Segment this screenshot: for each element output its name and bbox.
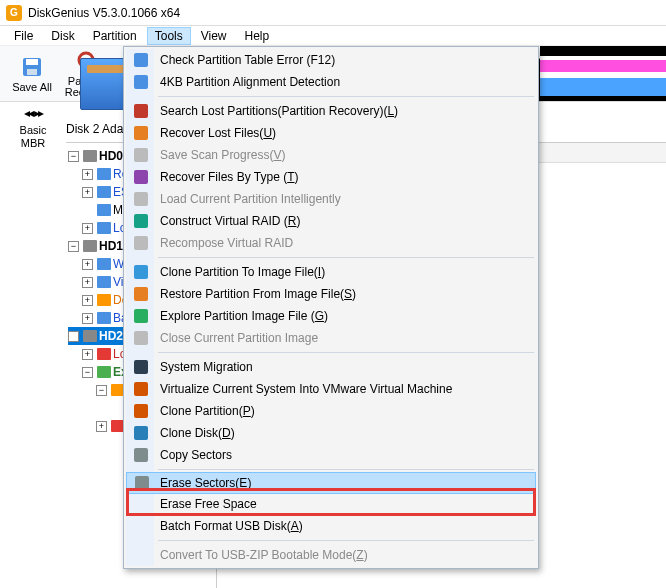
menu-item[interactable]: Clone Partition(P) xyxy=(126,400,536,422)
expand-icon[interactable]: + xyxy=(96,421,107,432)
svg-rect-20 xyxy=(134,360,148,374)
expand-icon[interactable]: + xyxy=(82,313,93,324)
volume-icon xyxy=(97,348,111,360)
menu-item: Convert To USB-ZIP Bootable Mode(Z) xyxy=(126,544,536,566)
volume-icon xyxy=(97,258,111,270)
svg-rect-15 xyxy=(134,236,148,250)
menu-tools[interactable]: Tools xyxy=(147,27,191,45)
menu-item[interactable]: Construct Virtual RAID (R) xyxy=(126,210,536,232)
bytype-icon xyxy=(132,168,150,186)
menu-item[interactable]: Restore Partition From Image File(S) xyxy=(126,283,536,305)
menu-separator xyxy=(158,257,534,258)
save-icon xyxy=(132,146,150,164)
svg-rect-1 xyxy=(26,59,38,65)
expand-icon[interactable]: + xyxy=(82,277,93,288)
svg-rect-12 xyxy=(134,170,148,184)
svg-rect-2 xyxy=(27,69,37,75)
expand-icon[interactable]: + xyxy=(82,349,93,360)
menu-disk[interactable]: Disk xyxy=(43,27,82,45)
close-icon xyxy=(132,329,150,347)
menu-item-label: Recover Files By Type (T) xyxy=(160,170,299,184)
menu-item: Load Current Partition Intelligently xyxy=(126,188,536,210)
menu-item-label: Close Current Partition Image xyxy=(160,331,318,345)
volume-icon xyxy=(97,276,111,288)
menu-item[interactable]: Virtualize Current System Into VMware Vi… xyxy=(126,378,536,400)
svg-rect-23 xyxy=(134,426,148,440)
expand-icon[interactable]: + xyxy=(82,295,93,306)
menu-item[interactable]: System Migration xyxy=(126,356,536,378)
menu-item-label: System Migration xyxy=(160,360,253,374)
menu-view[interactable]: View xyxy=(193,27,235,45)
menu-item[interactable]: Batch Format USB Disk(A) xyxy=(126,515,536,537)
menu-item[interactable]: Copy Sectors xyxy=(126,444,536,466)
blank-icon xyxy=(132,546,150,564)
menu-item[interactable]: Search Lost Partitions(Partition Recover… xyxy=(126,100,536,122)
svg-rect-11 xyxy=(134,148,148,162)
save-all-button[interactable]: Save All xyxy=(6,49,58,99)
check-icon xyxy=(132,51,150,69)
menu-item[interactable]: Recover Files By Type (T) xyxy=(126,166,536,188)
basic-label: Basic xyxy=(20,124,47,137)
tools-menu-dropdown[interactable]: Check Partition Table Error (F12)4KB Par… xyxy=(123,46,539,569)
cloneimg-icon xyxy=(132,263,150,281)
volume-icon xyxy=(97,366,111,378)
menu-item-label: Construct Virtual RAID (R) xyxy=(160,214,301,228)
menu-item[interactable]: 4KB Partition Alignment Detection xyxy=(126,71,536,93)
collapse-icon[interactable]: − xyxy=(68,151,79,162)
menu-item[interactable]: Recover Lost Files(U) xyxy=(126,122,536,144)
collapse-icon[interactable]: − xyxy=(68,241,79,252)
volume-icon xyxy=(97,312,111,324)
menu-item[interactable]: Explore Partition Image File (G) xyxy=(126,305,536,327)
volume-icon xyxy=(97,294,111,306)
menu-item[interactable]: Erase Free Space xyxy=(126,493,536,515)
reraid-icon xyxy=(132,234,150,252)
nav-arrows[interactable]: ◂◂ ▸▸ xyxy=(24,106,41,120)
menu-item-label: Search Lost Partitions(Partition Recover… xyxy=(160,104,398,118)
svg-rect-17 xyxy=(134,287,148,301)
svg-rect-14 xyxy=(134,214,148,228)
svg-rect-7 xyxy=(134,53,148,67)
menu-item[interactable]: Erase Sectors(E) xyxy=(126,472,536,494)
menu-item-label: Restore Partition From Image File(S) xyxy=(160,287,356,301)
restore-icon xyxy=(132,285,150,303)
drive-icon xyxy=(83,240,97,252)
disk-type-label: Basic MBR xyxy=(20,124,47,150)
menu-item: Save Scan Progress(V) xyxy=(126,144,536,166)
svg-rect-9 xyxy=(134,104,148,118)
expand-icon[interactable]: + xyxy=(82,259,93,270)
expand-icon[interactable]: + xyxy=(82,223,93,234)
drive-icon xyxy=(83,150,97,162)
menu-help[interactable]: Help xyxy=(237,27,278,45)
title-bar: G DiskGenius V5.3.0.1066 x64 xyxy=(0,0,666,26)
svg-rect-19 xyxy=(134,331,148,345)
menu-item-label: Copy Sectors xyxy=(160,448,232,462)
menu-item-label: Convert To USB-ZIP Bootable Mode(Z) xyxy=(160,548,368,562)
app-icon: G xyxy=(6,5,22,21)
partition-color-strip xyxy=(540,56,666,96)
menu-item-label: Save Scan Progress(V) xyxy=(160,148,285,162)
recover-icon xyxy=(132,124,150,142)
collapse-icon[interactable]: − xyxy=(68,331,79,342)
menu-item[interactable]: Clone Partition To Image File(I) xyxy=(126,261,536,283)
menu-item[interactable]: Clone Disk(D) xyxy=(126,422,536,444)
svg-rect-13 xyxy=(134,192,148,206)
left-column: ◂◂ ▸▸ Basic MBR xyxy=(0,102,66,588)
svg-rect-16 xyxy=(134,265,148,279)
collapse-icon[interactable]: − xyxy=(82,367,93,378)
explore-icon xyxy=(132,307,150,325)
menu-item: Recompose Virtual RAID xyxy=(126,232,536,254)
collapse-icon[interactable]: − xyxy=(96,385,107,396)
expand-icon[interactable]: + xyxy=(82,169,93,180)
menu-separator xyxy=(158,469,534,470)
svg-rect-10 xyxy=(134,126,148,140)
menu-item: Close Current Partition Image xyxy=(126,327,536,349)
menu-separator xyxy=(158,352,534,353)
menu-file[interactable]: File xyxy=(6,27,41,45)
svg-rect-22 xyxy=(134,404,148,418)
svg-rect-24 xyxy=(134,448,148,462)
menu-item[interactable]: Check Partition Table Error (F12) xyxy=(126,49,536,71)
expand-icon[interactable]: + xyxy=(82,187,93,198)
menu-partition[interactable]: Partition xyxy=(85,27,145,45)
svg-rect-8 xyxy=(134,75,148,89)
window-title: DiskGenius V5.3.0.1066 x64 xyxy=(28,6,180,20)
